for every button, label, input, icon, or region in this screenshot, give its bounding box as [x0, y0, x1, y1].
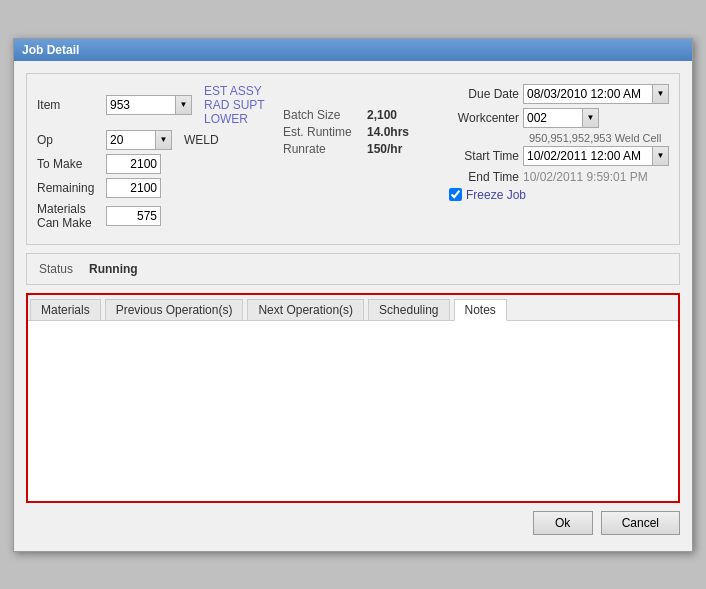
batch-size-label: Batch Size — [283, 108, 363, 122]
window-body: Item ▼ EST ASSY RAD SUPT LOWER Op ▼ — [14, 61, 692, 551]
form-grid: Item ▼ EST ASSY RAD SUPT LOWER Op ▼ — [37, 84, 669, 234]
due-date-input[interactable] — [523, 84, 653, 104]
ok-button[interactable]: Ok — [533, 511, 593, 535]
start-time-input[interactable] — [523, 146, 653, 166]
workcenter-dropdown-btn[interactable]: ▼ — [583, 108, 599, 128]
freeze-job-checkbox[interactable] — [449, 188, 462, 201]
start-time-input-group: ▼ — [523, 146, 669, 166]
end-time-label: End Time — [449, 170, 519, 184]
tab-previous-operations[interactable]: Previous Operation(s) — [105, 299, 244, 320]
workcenter-label: Workcenter — [449, 111, 519, 125]
item-row: Item ▼ EST ASSY RAD SUPT LOWER — [37, 84, 267, 126]
materials-can-make-row: MaterialsCan Make — [37, 202, 267, 230]
op-label: Op — [37, 133, 102, 147]
to-make-label: To Make — [37, 157, 102, 171]
start-time-row: Start Time ▼ — [449, 146, 669, 166]
cancel-button[interactable]: Cancel — [601, 511, 680, 535]
est-runtime-value: 14.0hrs — [367, 125, 409, 139]
remaining-input[interactable] — [106, 178, 161, 198]
tab-scheduling[interactable]: Scheduling — [368, 299, 449, 320]
right-column: Due Date ▼ Workcenter ▼ — [439, 84, 669, 234]
item-description: EST ASSY RAD SUPT LOWER — [204, 84, 267, 126]
tab-materials[interactable]: Materials — [30, 299, 101, 320]
materials-can-make-label: MaterialsCan Make — [37, 202, 102, 230]
freeze-job-label: Freeze Job — [466, 188, 526, 202]
op-input-group: ▼ — [106, 130, 172, 150]
workcenter-row: Workcenter ▼ — [449, 108, 669, 128]
to-make-row: To Make — [37, 154, 267, 174]
due-date-dropdown-btn[interactable]: ▼ — [653, 84, 669, 104]
notes-textarea[interactable] — [36, 329, 670, 493]
start-time-label: Start Time — [449, 149, 519, 163]
tab-next-operations[interactable]: Next Operation(s) — [247, 299, 364, 320]
workcenter-description: 950,951,952,953 Weld Cell — [529, 132, 669, 144]
title-bar: Job Detail — [14, 39, 692, 61]
middle-right-wrapper: Batch Size 2,100 Est. Runtime 14.0hrs Ru… — [283, 84, 669, 234]
materials-can-make-input[interactable] — [106, 206, 161, 226]
item-input[interactable] — [106, 95, 176, 115]
op-input[interactable] — [106, 130, 156, 150]
item-input-group: ▼ — [106, 95, 192, 115]
due-date-input-group: ▼ — [523, 84, 669, 104]
window-title: Job Detail — [22, 43, 79, 57]
job-detail-window: Job Detail Item ▼ EST ASSY RAD SUPT LOWE… — [13, 38, 693, 552]
status-section: Status Running — [26, 253, 680, 285]
status-value: Running — [89, 262, 138, 276]
batch-size-value: 2,100 — [367, 108, 397, 122]
runrate-label: Runrate — [283, 142, 363, 156]
end-time-row: End Time 10/02/2011 9:59:01 PM — [449, 170, 669, 184]
left-column: Item ▼ EST ASSY RAD SUPT LOWER Op ▼ — [37, 84, 267, 234]
info-block: Batch Size 2,100 Est. Runtime 14.0hrs Ru… — [283, 84, 423, 234]
due-date-label: Due Date — [449, 87, 519, 101]
workcenter-input-group: ▼ — [523, 108, 599, 128]
tabs-bar: Materials Previous Operation(s) Next Ope… — [28, 295, 678, 321]
item-label: Item — [37, 98, 102, 112]
op-dropdown-btn[interactable]: ▼ — [156, 130, 172, 150]
tab-content-notes — [28, 321, 678, 501]
status-label: Status — [39, 262, 73, 276]
est-runtime-label: Est. Runtime — [283, 125, 363, 139]
form-section: Item ▼ EST ASSY RAD SUPT LOWER Op ▼ — [26, 73, 680, 245]
footer: Ok Cancel — [26, 503, 680, 539]
runrate-row: Runrate 150/hr — [283, 142, 423, 156]
end-time-value: 10/02/2011 9:59:01 PM — [523, 170, 648, 184]
due-date-row: Due Date ▼ — [449, 84, 669, 104]
workcenter-input[interactable] — [523, 108, 583, 128]
item-dropdown-btn[interactable]: ▼ — [176, 95, 192, 115]
runrate-value: 150/hr — [367, 142, 402, 156]
op-description: WELD — [184, 133, 219, 147]
freeze-job-row: Freeze Job — [449, 188, 669, 202]
start-time-dropdown-btn[interactable]: ▼ — [653, 146, 669, 166]
to-make-input[interactable] — [106, 154, 161, 174]
est-runtime-row: Est. Runtime 14.0hrs — [283, 125, 423, 139]
batch-size-row: Batch Size 2,100 — [283, 108, 423, 122]
op-row: Op ▼ WELD — [37, 130, 267, 150]
remaining-row: Remaining — [37, 178, 267, 198]
remaining-label: Remaining — [37, 181, 102, 195]
tabs-section: Materials Previous Operation(s) Next Ope… — [26, 293, 680, 503]
tab-notes[interactable]: Notes — [454, 299, 507, 321]
